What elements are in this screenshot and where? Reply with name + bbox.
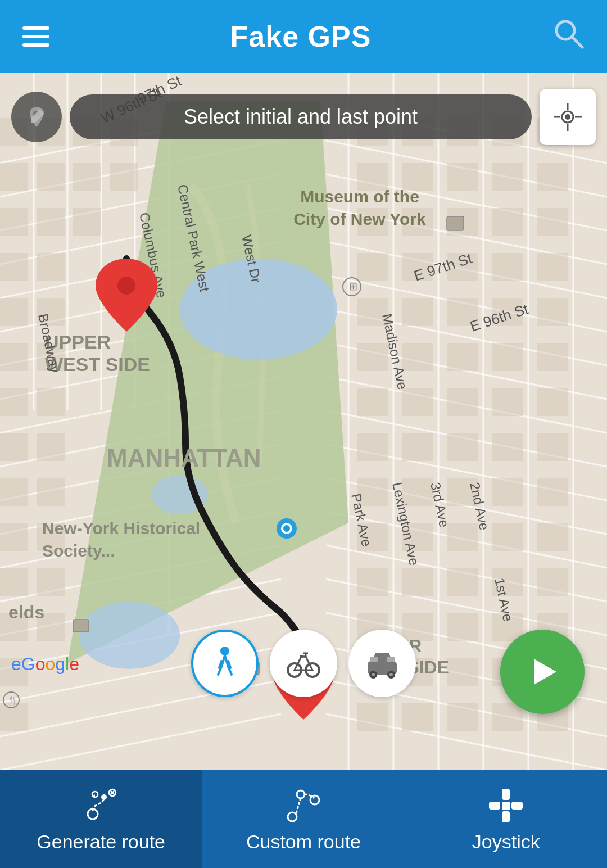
svg-text:Museum of the: Museum of the [300, 187, 419, 206]
svg-point-54 [79, 602, 180, 669]
svg-text:Society...: Society... [42, 541, 115, 560]
svg-rect-225 [502, 802, 510, 810]
svg-text:elds: elds [8, 602, 44, 622]
svg-rect-86 [110, 163, 138, 191]
svg-rect-116 [447, 163, 478, 191]
map-top-bar: Select initial and last point [11, 89, 596, 145]
svg-rect-76 [37, 388, 65, 416]
svg-rect-125 [447, 568, 478, 596]
play-button[interactable] [500, 630, 585, 714]
svg-marker-213 [534, 659, 556, 685]
svg-rect-61 [0, 343, 28, 371]
custom-route-label: Custom route [246, 831, 361, 853]
svg-text:New-York Historical: New-York Historical [42, 519, 200, 537]
svg-rect-111 [402, 568, 433, 596]
svg-rect-224 [511, 802, 523, 810]
location-button[interactable] [540, 89, 596, 145]
svg-rect-107 [402, 388, 433, 416]
svg-text:City of New York: City of New York [293, 210, 426, 228]
svg-text:MANHATTAN: MANHATTAN [107, 444, 261, 472]
svg-rect-131 [492, 208, 523, 236]
svg-point-189 [117, 277, 135, 295]
generate-route-label: Generate route [37, 831, 165, 853]
svg-rect-130 [492, 163, 523, 191]
svg-rect-149 [537, 388, 568, 416]
svg-rect-144 [537, 163, 568, 191]
svg-rect-83 [73, 163, 101, 191]
svg-rect-132 [492, 253, 523, 281]
svg-rect-122 [447, 433, 478, 461]
svg-rect-62 [0, 388, 28, 416]
svg-rect-77 [37, 433, 65, 461]
svg-rect-120 [447, 343, 478, 371]
svg-rect-145 [537, 208, 568, 236]
svg-point-205 [300, 655, 303, 658]
svg-rect-63 [0, 433, 28, 461]
svg-rect-222 [502, 811, 510, 822]
svg-rect-134 [492, 343, 523, 371]
svg-point-216 [101, 794, 107, 800]
svg-rect-148 [537, 343, 568, 371]
walk-mode-button[interactable] [191, 630, 259, 697]
svg-rect-94 [357, 433, 388, 461]
svg-rect-136 [492, 433, 523, 461]
svg-rect-80 [37, 568, 65, 596]
tab-generate-route[interactable]: Generate route [0, 770, 202, 868]
svg-rect-108 [402, 433, 433, 461]
svg-rect-152 [537, 523, 568, 551]
svg-rect-221 [502, 789, 510, 800]
svg-rect-150 [537, 433, 568, 461]
svg-rect-142 [492, 703, 523, 731]
svg-rect-65 [0, 523, 28, 551]
car-mode-button[interactable] [348, 630, 416, 697]
svg-rect-58 [0, 208, 28, 236]
tab-custom-route[interactable]: Custom route [202, 770, 405, 868]
tab-joystick[interactable]: Joystick [405, 770, 607, 868]
bike-mode-button[interactable] [270, 630, 337, 697]
svg-rect-84 [73, 208, 101, 236]
svg-rect-223 [489, 802, 500, 810]
svg-rect-181 [447, 216, 464, 230]
svg-rect-126 [447, 613, 478, 641]
svg-rect-146 [537, 253, 568, 281]
svg-rect-124 [447, 523, 478, 551]
svg-point-201 [565, 114, 570, 120]
svg-point-219 [310, 795, 319, 804]
app-header: Fake GPS [0, 0, 607, 73]
menu-button[interactable] [22, 26, 49, 47]
search-button[interactable] [552, 17, 585, 57]
svg-rect-66 [0, 568, 28, 596]
svg-rect-90 [357, 253, 388, 281]
svg-rect-92 [357, 343, 388, 371]
svg-rect-135 [492, 388, 523, 416]
svg-rect-137 [492, 478, 523, 506]
svg-rect-208 [387, 657, 395, 662]
svg-rect-114 [402, 703, 433, 731]
joystick-label: Joystick [472, 831, 540, 853]
svg-rect-151 [537, 478, 568, 506]
svg-rect-127 [447, 658, 478, 686]
svg-rect-71 [37, 163, 65, 191]
svg-rect-184 [73, 620, 89, 632]
svg-point-212 [389, 673, 393, 676]
svg-rect-121 [447, 388, 478, 416]
transport-bar [191, 630, 416, 697]
svg-rect-100 [357, 703, 388, 731]
edit-pin-button[interactable] [11, 92, 62, 142]
svg-rect-105 [402, 298, 433, 326]
svg-rect-147 [537, 298, 568, 326]
google-watermark: eGoogle [11, 654, 79, 675]
svg-text:⊞: ⊞ [349, 281, 357, 292]
svg-rect-97 [357, 568, 388, 596]
svg-rect-59 [0, 253, 28, 281]
svg-point-218 [288, 812, 297, 821]
svg-rect-60 [0, 298, 28, 326]
svg-point-220 [297, 790, 305, 798]
svg-point-194 [283, 525, 290, 532]
svg-text:🍴: 🍴 [7, 695, 19, 706]
map-area[interactable]: W 96th St 97th St Columbus Ave Central P… [0, 73, 607, 770]
svg-rect-57 [0, 163, 28, 191]
svg-point-202 [220, 647, 229, 655]
svg-rect-106 [402, 343, 433, 371]
svg-rect-78 [37, 478, 65, 506]
